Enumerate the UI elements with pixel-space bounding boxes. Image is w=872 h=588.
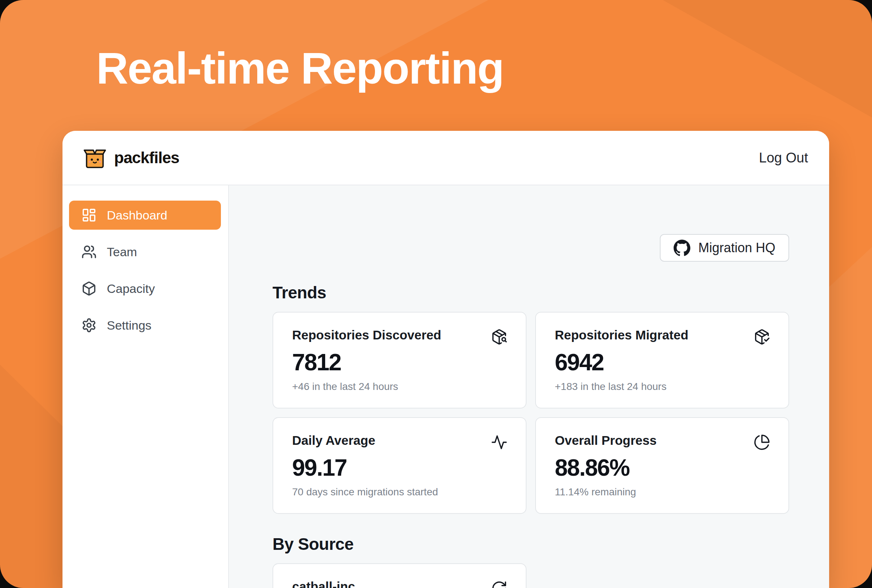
packfiles-logo-icon: [83, 146, 107, 170]
screenshot-canvas: Real-time Reporting packfiles: [0, 0, 872, 588]
stat-card-repositories-migrated: Repositories Migrated 6942 +183 in the l…: [535, 312, 789, 408]
stat-card-repositories-discovered: Repositories Discovered 7812 +46 in the …: [273, 312, 526, 408]
by-source-heading: By Source: [273, 534, 789, 554]
card-title: Overall Progress: [555, 433, 770, 448]
sidebar-item-label: Capacity: [107, 282, 155, 296]
card-title: catball-inc: [292, 579, 507, 588]
card-value: 7812: [292, 349, 507, 376]
pie-chart-icon: [754, 434, 770, 451]
card-value: 88.86%: [555, 454, 770, 481]
card-title: Repositories Migrated: [555, 328, 770, 342]
card-value: 99.17: [292, 454, 507, 481]
package-check-icon: [754, 328, 770, 345]
by-source-grid: catball-inc 7812 6942 completed: [273, 563, 789, 588]
app-header: packfiles Log Out: [63, 131, 829, 185]
sidebar-item-label: Team: [107, 245, 137, 259]
card-subtext: 11.14% remaining: [555, 486, 770, 498]
repo-sync-icon: [491, 580, 508, 588]
gear-icon: [81, 318, 97, 333]
card-subtext: 70 days since migrations started: [292, 486, 507, 498]
sidebar-item-label: Dashboard: [107, 208, 167, 222]
app-window: packfiles Log Out Dashboard Team: [63, 131, 829, 588]
sidebar: Dashboard Team Capacity: [63, 185, 229, 588]
brand: packfiles: [83, 146, 179, 170]
card-title: Repositories Discovered: [292, 328, 507, 342]
package-search-icon: [491, 328, 508, 345]
team-icon: [81, 244, 97, 260]
card-title: Daily Average: [292, 433, 507, 448]
trends-grid: Repositories Discovered 7812 +46 in the …: [273, 312, 789, 514]
stat-card-daily-average: Daily Average 99.17 70 days since migrat…: [273, 417, 526, 514]
page-title: Real-time Reporting: [96, 43, 503, 94]
main-content: Migration HQ Trends Repositories Discove…: [229, 185, 829, 588]
activity-icon: [491, 434, 508, 451]
brand-name: packfiles: [114, 148, 179, 167]
sidebar-item-team[interactable]: Team: [69, 237, 221, 266]
source-card-catball-inc: catball-inc 7812 6942 completed: [273, 563, 526, 588]
sidebar-item-label: Settings: [107, 318, 151, 333]
migration-hq-button[interactable]: Migration HQ: [660, 234, 789, 262]
package-icon: [81, 281, 97, 296]
trends-heading: Trends: [273, 283, 789, 302]
stat-card-overall-progress: Overall Progress 88.86% 11.14% remaining: [535, 417, 789, 514]
sidebar-item-dashboard[interactable]: Dashboard: [69, 201, 221, 230]
dashboard-grid-icon: [81, 207, 97, 223]
migration-hq-label: Migration HQ: [698, 240, 775, 255]
card-subtext: +183 in the last 24 hours: [555, 381, 770, 393]
github-icon: [674, 240, 690, 256]
logout-button[interactable]: Log Out: [759, 150, 808, 166]
sidebar-item-settings[interactable]: Settings: [69, 311, 221, 340]
sidebar-item-capacity[interactable]: Capacity: [69, 274, 221, 303]
card-value: 6942: [555, 349, 770, 376]
card-subtext: +46 in the last 24 hours: [292, 381, 507, 393]
